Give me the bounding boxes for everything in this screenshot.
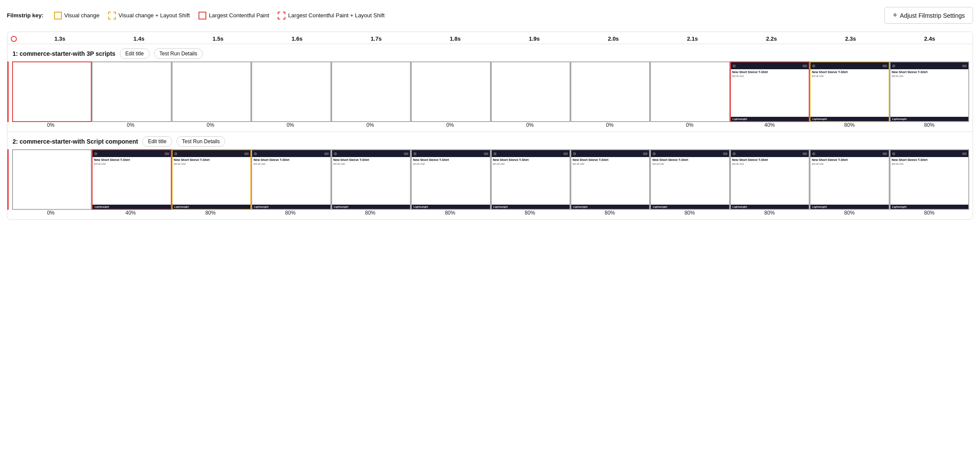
percent-cell-row1-4: 0% [330,122,410,128]
product-title: New Short Sleeve T-Shirt [732,71,807,74]
frame-cell-row1-9: New Short Sleeve T-Shirt $25.99 USD Ligh… [730,61,810,122]
product-dot [334,152,337,155]
test-run-details-button-row2[interactable]: Test Run Details [176,136,225,147]
product-footer: Lightweight [173,205,250,209]
frame-img-row2-8[interactable]: New Short Sleeve T-Shirt $25.99 USD Ligh… [650,149,730,210]
product-title: New Short Sleeve T-Shirt [732,158,807,162]
product-frame-content: New Short Sleeve T-Shirt $25.99 USD Ligh… [810,62,888,121]
product-text: New Short Sleeve T-Shirt $25.99 USD [651,157,729,205]
frame-img-row2-7[interactable]: New Short Sleeve T-Shirt $25.99 USD Ligh… [570,149,650,210]
frame-img-row2-2[interactable]: New Short Sleeve T-Shirt $25.99 USD Ligh… [172,149,251,210]
frame-img-row1-8[interactable] [650,61,730,122]
product-footer: Lightweight [492,205,570,209]
frame-img-row2-9[interactable]: New Short Sleeve T-Shirt $25.99 USD Ligh… [730,149,810,210]
timeline-tick-2.0s: 2.0s [574,35,653,42]
timeline-start-dot [11,36,17,42]
product-footer-label: Lightweight [733,118,747,120]
product-dot [653,152,656,155]
timeline-tick-1.8s: 1.8s [416,35,495,42]
frame-img-row2-5[interactable]: New Short Sleeve T-Shirt $25.99 USD Ligh… [411,149,490,210]
product-price: $25.99 USD [892,75,967,77]
product-footer-label: Lightweight [812,118,827,120]
edit-title-button-row1[interactable]: Edit title [120,48,150,59]
blank-frame [93,62,170,121]
frame-img-row1-9[interactable]: New Short Sleeve T-Shirt $25.99 USD Ligh… [730,61,810,122]
frame-img-row1-5[interactable] [411,61,490,122]
product-text: New Short Sleeve T-Shirt $25.99 USD [252,157,330,205]
adjust-filmstrip-button[interactable]: + Adjust Filmstrip Settings [884,7,973,24]
frame-img-row2-1[interactable]: New Short Sleeve T-Shirt $25.99 USD Ligh… [92,149,171,210]
percent-cell-row1-7: 0% [570,122,650,128]
product-frame-body: New Short Sleeve T-Shirt $25.99 USD [93,157,170,205]
product-footer-label: Lightweight [413,206,428,208]
row-title-row2: 2: commerce-starter-with Script componen… [13,138,138,145]
frame-img-row2-6[interactable]: New Short Sleeve T-Shirt $25.99 USD Ligh… [491,149,570,210]
frame-img-row2-0[interactable] [12,149,92,210]
legend-label-lcp-layout-shift: Largest Contentful Paint + Layout Shift [288,12,384,19]
product-footer: Lightweight [93,205,170,209]
frame-img-row1-6[interactable] [491,61,570,122]
product-footer-label: Lightweight [653,206,667,208]
percent-cell-row1-3: 0% [250,122,330,128]
timeline-tick-1.5s: 1.5s [179,35,258,42]
frame-img-row2-3[interactable]: New Short Sleeve T-Shirt $25.99 USD Ligh… [251,149,331,210]
product-frame-body: New Short Sleeve T-Shirt $25.99 USD [651,157,729,205]
filmstrip-row-row1: 1: commerce-starter-with 3P scriptsEdit … [7,44,973,132]
frame-img-row1-1[interactable] [92,61,171,122]
product-price: $25.99 USD [333,163,409,165]
edit-title-button-row2[interactable]: Edit title [142,136,172,147]
frame-cell-row2-7: New Short Sleeve T-Shirt $25.99 USD Ligh… [570,149,650,210]
product-frame-content: New Short Sleeve T-Shirt $25.99 USD Ligh… [252,150,330,209]
product-frame-header [651,150,729,157]
product-dot [94,152,97,155]
frames-strip-row2: New Short Sleeve T-Shirt $25.99 USD Ligh… [7,149,973,210]
frame-img-row2-10[interactable]: New Short Sleeve T-Shirt $25.99 USD Ligh… [810,149,889,210]
product-frame-content: New Short Sleeve T-Shirt $25.99 USD Ligh… [93,150,170,209]
legend-label-lcp: Largest Contentful Paint [209,12,269,19]
legend: Filmstrip key: Visual change Visual chan… [7,12,384,19]
product-frame-body: New Short Sleeve T-Shirt $25.99 USD [890,69,968,117]
product-footer-label: Lightweight [493,206,508,208]
blank-frame [13,62,91,121]
blank-frame [492,62,570,121]
product-lines [962,153,967,155]
product-frame-body: New Short Sleeve T-Shirt $25.99 USD [731,157,809,205]
product-frame-body: New Short Sleeve T-Shirt $25.99 USD [810,157,888,205]
product-price: $25.99 USD [413,163,488,165]
legend-lcp: Largest Contentful Paint [199,12,269,19]
product-dot [413,152,416,155]
product-footer: Lightweight [890,117,968,121]
frame-img-row1-4[interactable] [331,61,411,122]
product-dot [892,64,895,67]
blank-frame [173,62,250,121]
frame-img-row1-10[interactable]: New Short Sleeve T-Shirt $25.99 USD Ligh… [810,61,889,122]
product-text: New Short Sleeve T-Shirt $25.99 USD [571,157,649,205]
percent-cell-row2-6: 80% [490,210,570,216]
product-frame-header [731,62,809,69]
frame-img-row1-2[interactable] [172,61,251,122]
percent-cell-row2-11: 80% [889,210,969,216]
test-run-details-button-row1[interactable]: Test Run Details [154,48,203,59]
frame-cell-row2-10: New Short Sleeve T-Shirt $25.99 USD Ligh… [810,149,889,210]
product-frame-header [252,150,330,157]
frame-img-row1-11[interactable]: New Short Sleeve T-Shirt $25.99 USD Ligh… [890,61,969,122]
frame-cell-row1-7 [570,61,650,122]
product-frame-content: New Short Sleeve T-Shirt $25.99 USD Ligh… [810,150,888,209]
frame-img-row2-4[interactable]: New Short Sleeve T-Shirt $25.99 USD Ligh… [331,149,411,210]
frame-cell-row1-0 [12,61,92,122]
frame-cell-row1-10: New Short Sleeve T-Shirt $25.99 USD Ligh… [810,61,889,122]
frame-img-row1-0[interactable] [12,61,92,122]
product-title: New Short Sleeve T-Shirt [573,158,648,162]
percent-cell-row2-5: 80% [410,210,490,216]
product-lines [803,153,807,155]
product-footer: Lightweight [731,205,809,209]
product-frame-header [810,150,888,157]
frame-cell-row2-6: New Short Sleeve T-Shirt $25.99 USD Ligh… [491,149,570,210]
product-frame-header [571,150,649,157]
plus-icon: + [893,11,897,20]
frame-img-row1-7[interactable] [570,61,650,122]
frame-cell-row1-5 [411,61,490,122]
frame-img-row2-11[interactable]: New Short Sleeve T-Shirt $25.99 USD Ligh… [890,149,969,210]
frame-img-row1-3[interactable] [251,61,331,122]
frames-percents-row1: 0%0%0%0%0%0%0%0%0%40%80%80% [7,122,973,128]
